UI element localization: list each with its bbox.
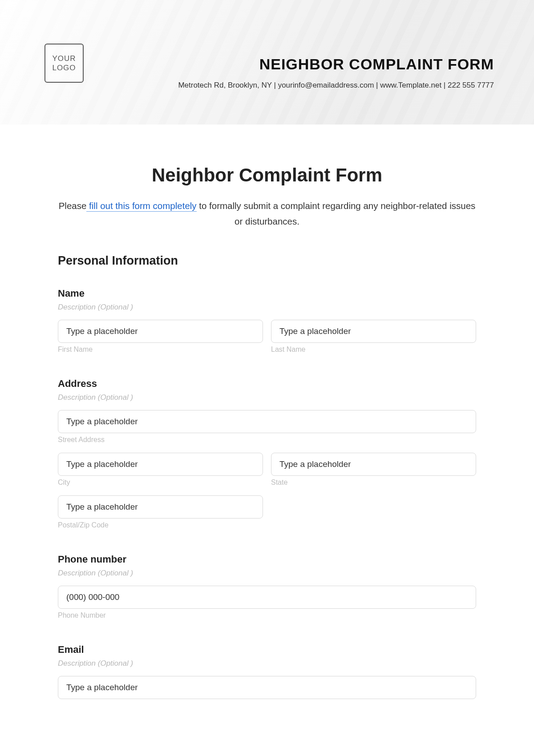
intro-text: Please fill out this form completely to … <box>58 198 476 229</box>
state-sublabel: State <box>271 479 476 487</box>
email-label: Email <box>58 644 476 655</box>
address-label: Address <box>58 378 476 390</box>
zip-input[interactable] <box>58 495 263 519</box>
address-desc: Description (Optional ) <box>58 393 476 402</box>
phone-input[interactable] <box>58 586 476 609</box>
phone-desc: Description (Optional ) <box>58 569 476 578</box>
name-label: Name <box>58 288 476 299</box>
content-area: Neighbor Complaint Form Please fill out … <box>0 125 534 699</box>
first-name-sublabel: First Name <box>58 346 263 354</box>
page-title: Neighbor Complaint Form <box>58 165 476 186</box>
logo-placeholder: YOUR LOGO <box>44 44 84 83</box>
field-email: Email Description (Optional ) <box>58 644 476 699</box>
name-desc: Description (Optional ) <box>58 303 476 312</box>
phone-label: Phone number <box>58 554 476 565</box>
section-personal-info: Personal Information <box>58 254 476 268</box>
header-small-title: NEIGHBOR COMPLAINT FORM <box>178 56 494 73</box>
street-address-sublabel: Street Address <box>58 436 476 444</box>
street-address-input[interactable] <box>58 410 476 433</box>
field-address: Address Description (Optional ) Street A… <box>58 378 476 529</box>
phone-sublabel: Phone Number <box>58 611 476 619</box>
field-phone: Phone number Description (Optional ) Pho… <box>58 554 476 619</box>
email-desc: Description (Optional ) <box>58 659 476 668</box>
city-sublabel: City <box>58 479 263 487</box>
intro-prefix: Please <box>59 201 87 211</box>
header-right-block: NEIGHBOR COMPLAINT FORM Metrotech Rd, Br… <box>178 56 494 90</box>
field-name: Name Description (Optional ) First Name … <box>58 288 476 354</box>
first-name-input[interactable] <box>58 320 263 343</box>
header-contact-line: Metrotech Rd, Brooklyn, NY | yourinfo@em… <box>178 81 494 90</box>
email-input[interactable] <box>58 676 476 699</box>
intro-suffix: to formally submit a complaint regarding… <box>197 201 476 226</box>
document-header: YOUR LOGO NEIGHBOR COMPLAINT FORM Metrot… <box>0 0 534 125</box>
city-input[interactable] <box>58 453 263 476</box>
last-name-sublabel: Last Name <box>271 346 476 354</box>
zip-sublabel: Postal/Zip Code <box>58 521 263 529</box>
last-name-input[interactable] <box>271 320 476 343</box>
state-input[interactable] <box>271 453 476 476</box>
logo-text: YOUR LOGO <box>45 54 83 73</box>
intro-link[interactable]: fill out this form completely <box>86 201 196 212</box>
